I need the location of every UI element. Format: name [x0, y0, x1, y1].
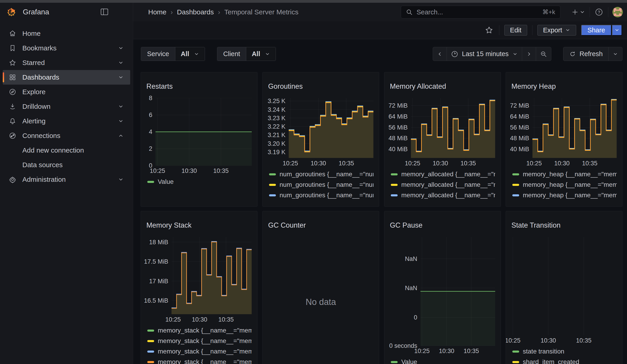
search-icon: [406, 9, 413, 15]
panel-goroutines[interactable]: Goroutines 3.25 K3.24 K3.23 K3.22 K3.21 …: [262, 72, 379, 207]
panel-memory-allocated[interactable]: Memory Allocated 72 MiB64 MiB56 MiB48 Mi…: [384, 72, 501, 207]
legend-label: memory_stack {__name__="memory_s: [158, 327, 252, 334]
chevron-down-icon: [614, 27, 620, 33]
legend-swatch: [147, 330, 154, 332]
refresh-label: Refresh: [579, 50, 603, 58]
legend-item[interactable]: memory_allocated {__name__="memo: [390, 201, 495, 203]
legend-swatch: [269, 184, 276, 186]
time-range-picker[interactable]: Last 15 minutes: [447, 47, 522, 61]
legend-item[interactable]: num_goroutines {__name__="num_go: [268, 179, 373, 190]
legend-item[interactable]: memory_stack {__name__="memory_s: [146, 336, 252, 346]
legend-swatch: [391, 194, 398, 196]
legend-item[interactable]: shard_item_created: [511, 357, 617, 364]
service-variable: Service All: [141, 47, 205, 61]
legend-item[interactable]: memory_heap {__name__="memory_h: [511, 190, 617, 201]
y-tick-label: 0: [414, 314, 417, 321]
breadcrumb-home[interactable]: Home: [148, 8, 166, 16]
legend-swatch: [391, 173, 398, 175]
topbar-separator: [590, 7, 590, 17]
brand[interactable]: Grafana: [6, 6, 49, 17]
legend-item[interactable]: memory_allocated {__name__="memo: [390, 190, 495, 201]
legend-label: memory_allocated {__name__="memo: [401, 192, 495, 199]
legend-item[interactable]: num_goroutines {__name__="num_go: [268, 169, 373, 179]
legend-item[interactable]: memory_stack {__name__="memory_s: [146, 346, 252, 357]
panel-gc-counter[interactable]: GC Counter No data: [262, 211, 379, 364]
y-tick-label: 17.5 MiB: [144, 258, 168, 265]
legend-item[interactable]: state transition: [511, 346, 617, 357]
legend-item[interactable]: memory_heap {__name__="memory_h: [511, 179, 617, 190]
plot-area[interactable]: [289, 98, 373, 158]
sidebar-item-label: Alerting: [22, 117, 46, 125]
share-button[interactable]: Share: [581, 25, 612, 36]
sidebar-item-explore[interactable]: Explore: [3, 85, 130, 99]
legend-item[interactable]: memory_stack {__name__="memory_s: [146, 357, 252, 364]
y-tick-label: 3.19 K: [268, 149, 285, 156]
panel-memory-heap[interactable]: Memory Heap 72 MiB64 MiB56 MiB48 MiB40 M…: [506, 72, 623, 207]
plot-area[interactable]: [511, 237, 617, 335]
sidebar-item-add-new-connection[interactable]: Add new connection: [3, 143, 130, 157]
search-input[interactable]: [416, 8, 539, 16]
share-dropdown-button[interactable]: [612, 25, 622, 36]
y-tick-label: 3.22 K: [268, 123, 285, 130]
zoom-out-button[interactable]: [536, 47, 551, 61]
time-shift-back-button[interactable]: [433, 47, 447, 61]
refresh-button[interactable]: Refresh: [563, 47, 609, 61]
favorite-star-button[interactable]: [484, 25, 494, 35]
client-variable-value[interactable]: All: [246, 47, 276, 61]
service-variable-value[interactable]: All: [175, 47, 205, 61]
brand-name: Grafana: [23, 8, 49, 16]
legend-item[interactable]: memory_stack {__name__="memory_s: [146, 325, 252, 336]
panel-gc-pause[interactable]: GC Pause NaNNaN00 seconds 10:2510:3010:3…: [384, 211, 501, 364]
legend-item[interactable]: memory_heap {__name__="memory_h: [511, 169, 617, 179]
sidebar-item-connections[interactable]: Connections: [3, 128, 130, 143]
refresh-interval-dropdown[interactable]: [609, 47, 622, 61]
gear-icon: [9, 176, 16, 183]
y-axis: 72 MiB64 MiB56 MiB48 MiB40 MiB: [390, 98, 411, 158]
plot-area[interactable]: [171, 237, 252, 314]
y-tick-label: 48 MiB: [388, 135, 408, 142]
y-tick-label: 8: [149, 95, 152, 102]
legend-item[interactable]: Value: [146, 177, 252, 187]
help-button[interactable]: ?: [594, 7, 604, 17]
legend-item[interactable]: memory_heap {__name__="memory_h: [511, 201, 617, 203]
edit-button[interactable]: Edit: [504, 25, 527, 36]
breadcrumb-current: Temporal Server Metrics: [224, 8, 299, 16]
plot-area[interactable]: [411, 98, 495, 158]
x-tick-label: 10:25: [165, 316, 181, 323]
panel-restarts[interactable]: Restarts 86420 10:2510:3010:35 Value: [141, 72, 258, 207]
legend-item[interactable]: num_goroutines {__name__="num_go: [268, 201, 373, 203]
legend-label: Value: [401, 358, 417, 364]
panel-state-transition[interactable]: State Transition 10:2510:3010:35 state t…: [506, 211, 623, 364]
time-shift-forward-button[interactable]: [522, 47, 536, 61]
legend-item[interactable]: memory_allocated {__name__="memo: [390, 179, 495, 190]
breadcrumb-dashboards[interactable]: Dashboards: [177, 8, 214, 16]
legend-label: memory_allocated {__name__="memo: [401, 202, 495, 203]
legend-swatch: [269, 173, 276, 175]
legend-item[interactable]: Value: [390, 357, 495, 364]
sidebar-item-dashboards[interactable]: Dashboards: [3, 70, 130, 85]
export-button[interactable]: Export: [537, 25, 576, 36]
search-input-wrap[interactable]: ⌘+k: [401, 6, 560, 18]
x-tick-label: 10:30: [181, 167, 197, 174]
x-tick-label: 10:30: [192, 316, 207, 323]
plot-area[interactable]: [532, 98, 617, 158]
sidebar-item-home[interactable]: Home: [3, 26, 130, 41]
add-new-button[interactable]: [571, 7, 585, 17]
panel-memory-stack[interactable]: Memory Stack 18 MiB17.5 MiB17 MiB16.5 Mi…: [141, 211, 258, 364]
sidebar-item-alerting[interactable]: Alerting: [3, 114, 130, 128]
y-tick-label: NaN: [405, 285, 417, 292]
x-axis: 10:2510:3010:35: [511, 335, 617, 345]
sidebar-item-administration[interactable]: Administration: [3, 172, 130, 187]
legend-swatch: [512, 194, 519, 196]
plot-area[interactable]: [420, 237, 495, 346]
sidebar-item-drilldown[interactable]: Drilldown: [3, 99, 130, 114]
plot-area[interactable]: [156, 98, 252, 166]
legend-item[interactable]: memory_allocated {__name__="memo: [390, 169, 495, 179]
user-avatar[interactable]: [612, 7, 623, 17]
legend-item[interactable]: num_goroutines {__name__="num_go: [268, 190, 373, 201]
chevron-down-icon: [194, 51, 199, 57]
sidebar-toggle-icon[interactable]: [100, 8, 109, 16]
y-axis: 3.25 K3.24 K3.23 K3.22 K3.21 K3.20 K3.19…: [268, 98, 289, 158]
sidebar-item-data-sources[interactable]: Data sources: [3, 157, 130, 172]
client-variable: Client All: [217, 47, 276, 61]
